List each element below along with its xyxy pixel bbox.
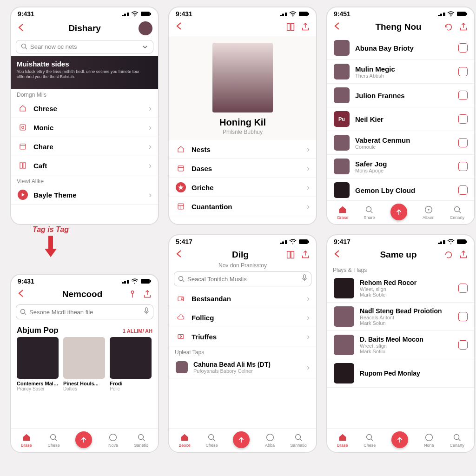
- tab-chese[interactable]: Chese: [47, 432, 60, 448]
- search-input[interactable]: [174, 271, 311, 286]
- search-dropdown[interactable]: Sear now oc nets: [16, 40, 153, 53]
- artist-row[interactable]: Vaberat CenmunCornoulc: [327, 131, 474, 155]
- back-button[interactable]: [175, 249, 184, 260]
- artist-row[interactable]: Julion Frannes: [327, 84, 474, 107]
- category-row[interactable]: Triuffes›: [169, 327, 316, 346]
- mic-icon[interactable]: [144, 307, 149, 317]
- album-card[interactable]: Contemers Malit CreherPrancy Spser: [17, 337, 59, 391]
- profile-row[interactable]: Griche›: [169, 178, 316, 197]
- track-row[interactable]: Rupom Ped Monlay: [327, 359, 474, 388]
- back-button[interactable]: [17, 23, 26, 34]
- checkbox[interactable]: [458, 312, 468, 321]
- checkbox[interactable]: [458, 138, 468, 147]
- track-list[interactable]: Rehom Red RocorWieet, slignMark Soblc Na…: [327, 274, 474, 428]
- tab-abba[interactable]: Abba: [265, 432, 275, 448]
- svg-point-26: [131, 291, 134, 294]
- filter-icon[interactable]: [127, 289, 138, 299]
- tab-album[interactable]: Album: [423, 205, 435, 220]
- profile-row[interactable]: Nests›: [169, 140, 316, 159]
- search-field[interactable]: [187, 276, 296, 283]
- artist-row[interactable]: Abuna Bay Brioty: [327, 36, 474, 60]
- artist-row[interactable]: Gemon Lby Cloud: [327, 178, 474, 200]
- tab-share[interactable]: Share: [364, 205, 375, 220]
- fab-button[interactable]: [233, 431, 250, 448]
- wifi-icon: [447, 239, 455, 245]
- category-row[interactable]: Chrese›: [11, 99, 158, 118]
- checkbox[interactable]: [458, 340, 468, 350]
- grid-toggle-icon[interactable]: [285, 250, 296, 260]
- fab-button[interactable]: [390, 204, 407, 220]
- tab-grase[interactable]: Grase: [337, 205, 349, 220]
- back-button[interactable]: [175, 21, 184, 33]
- refresh-icon[interactable]: [443, 250, 454, 260]
- fab-button[interactable]: [391, 431, 408, 448]
- track-thumb: [334, 278, 354, 298]
- album-cover: [17, 337, 59, 379]
- checkbox[interactable]: [458, 43, 468, 53]
- mic-icon[interactable]: [302, 274, 307, 284]
- page-title: Theng Nou: [353, 22, 443, 32]
- share-icon[interactable]: [458, 22, 469, 32]
- artist-list[interactable]: Abuna Bay Brioty Mulin MegicThers Abbsh …: [327, 36, 474, 200]
- tab-cenarty[interactable]: Cenarty: [450, 432, 465, 448]
- share-icon[interactable]: [300, 22, 311, 32]
- avatar[interactable]: [139, 21, 152, 35]
- checkbox[interactable]: [458, 185, 468, 195]
- search-field[interactable]: [29, 309, 138, 316]
- artist-thumb: [334, 40, 350, 56]
- album-scroller[interactable]: Contemers Malit CreherPrancy Spser Pines…: [11, 337, 158, 391]
- search-input[interactable]: [16, 304, 153, 319]
- tab-cenarty[interactable]: Cenarty: [450, 205, 465, 220]
- tab-chese[interactable]: Chese: [205, 432, 218, 448]
- checkbox[interactable]: [458, 114, 468, 124]
- artist-row[interactable]: PuNeil Kier: [327, 107, 474, 131]
- svg-rect-12: [287, 24, 290, 31]
- tab-brase[interactable]: Brase: [21, 432, 32, 448]
- checkbox[interactable]: [458, 162, 468, 171]
- checkbox[interactable]: [458, 91, 468, 100]
- share-icon[interactable]: [458, 250, 469, 260]
- artist-row[interactable]: Mulin MegicThers Abbsh: [327, 60, 474, 84]
- checkbox[interactable]: [458, 67, 468, 76]
- track-row[interactable]: D. Baits Meol MoconWreet, slignMark Soti…: [327, 331, 474, 359]
- status-bar: 5:417: [169, 235, 316, 246]
- profile-row[interactable]: Dases›: [169, 159, 316, 178]
- track-row[interactable]: Rehom Red RocorWieet, slignMark Soblc: [327, 274, 474, 303]
- album-card[interactable]: Pinest Houls...Doltics: [63, 337, 105, 391]
- category-row[interactable]: Follicg›: [169, 308, 316, 327]
- tab-nova[interactable]: Nova: [108, 432, 118, 448]
- tab-sanetio[interactable]: Sanetio: [134, 432, 148, 448]
- refresh-icon[interactable]: [443, 22, 454, 32]
- tab-sannatio[interactable]: Sannatio: [290, 432, 307, 448]
- tab-chese[interactable]: Chese: [364, 432, 376, 448]
- profile-row[interactable]: Cuantantion›: [169, 197, 316, 216]
- profile-hero: Honing Kil Philsnle Bubhuy: [169, 36, 316, 140]
- album-card[interactable]: FrodiPollc: [110, 337, 152, 391]
- category-row[interactable]: Monic›: [11, 118, 158, 137]
- grid-toggle-icon[interactable]: [285, 22, 296, 32]
- tab-beoce[interactable]: Beoce: [178, 432, 191, 448]
- category-row[interactable]: Chare›: [11, 137, 158, 156]
- back-button[interactable]: [17, 289, 26, 300]
- album-cover: [63, 337, 105, 379]
- hero-banner[interactable]: Muishatte sides You lclock ettry the lir…: [11, 56, 158, 89]
- back-button[interactable]: [333, 249, 342, 260]
- category-row[interactable]: Caft›: [11, 156, 158, 175]
- checkbox[interactable]: [458, 284, 468, 293]
- search-icon: [48, 432, 59, 443]
- signal-icon: [438, 239, 445, 244]
- arrow-icon: [43, 235, 59, 258]
- back-button[interactable]: [333, 21, 342, 33]
- svg-point-5: [22, 126, 24, 129]
- tab-nona[interactable]: Nona: [424, 432, 434, 448]
- fab-button[interactable]: [75, 431, 92, 448]
- tab-brase[interactable]: Brase: [337, 432, 348, 448]
- battery-icon: [298, 239, 310, 245]
- artist-row[interactable]: Safer JogMons Apoge: [327, 155, 474, 178]
- share-icon[interactable]: [300, 250, 311, 260]
- track-row[interactable]: Cahuna Bead Ali Ms (DT)Pufoyanals Babory…: [169, 357, 316, 378]
- track-row[interactable]: Nadl Steng Bead ProiotionReacals Aritont…: [327, 303, 474, 331]
- share-icon[interactable]: [142, 289, 152, 299]
- category-row[interactable]: Bestsandan›: [169, 289, 316, 308]
- play-row[interactable]: Bayle Theme›: [11, 185, 158, 205]
